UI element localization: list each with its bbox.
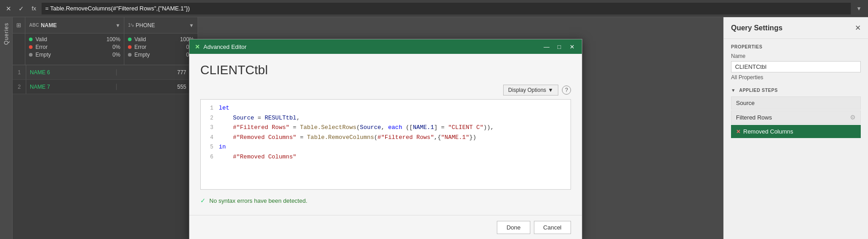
step-removed-columns[interactable]: ✕ Removed Columns <box>731 125 861 138</box>
step-source[interactable]: Source <box>731 96 861 110</box>
quality-valid-name: Valid 100% <box>29 36 120 43</box>
display-options-button[interactable]: Display Options ▼ <box>503 85 558 96</box>
check-icon: ✓ <box>200 197 206 204</box>
code-editor[interactable]: 1 let 2 Source = RESULTtbl, 3 #"Filtered… <box>200 99 571 190</box>
step-source-label: Source <box>736 100 755 106</box>
editor-heading: CLIENTCtbl <box>200 63 571 77</box>
modal-title-icon: ✕ <box>195 43 200 50</box>
quality-col-name: Valid 100% Error 0% Empty 0% <box>25 33 124 65</box>
queries-sidebar-label: Queries <box>3 23 9 45</box>
data-panel: ⊞ ABC NAME ▼ 1²₃ PHONE ▼ Valid 100% <box>13 17 198 239</box>
cancel-button[interactable]: Cancel <box>534 221 571 234</box>
step-removed-columns-x-icon[interactable]: ✕ <box>736 129 741 135</box>
col-phone-label: PHONE <box>136 22 155 29</box>
cell-phone-2: 555 <box>117 84 193 90</box>
confirm-formula-icon[interactable]: ✓ <box>16 4 26 14</box>
col-header-name[interactable]: ABC NAME ▼ <box>25 17 124 33</box>
modal-toolbar: Display Options ▼ ? <box>200 85 571 96</box>
code-line-5: 5 in <box>201 142 571 152</box>
advanced-editor-modal: ✕ Advanced Editor — □ ✕ CLIENTCtbl Displ… <box>189 39 582 239</box>
code-line-4: 4 #"Removed Columns" = Table.RemoveColum… <box>201 133 571 143</box>
code-line-2: 2 Source = RESULTtbl, <box>201 113 571 123</box>
minimize-button[interactable]: — <box>542 42 551 51</box>
modal-title-text: Advanced Editor <box>203 43 538 50</box>
all-properties-link[interactable]: All Properties <box>731 74 861 81</box>
row-num-2: 2 <box>13 80 26 94</box>
quality-valid-phone: Valid 100% <box>128 36 194 43</box>
quality-empty-phone: Empty 0% <box>128 52 194 58</box>
cell-name-1: NAME 6 <box>26 69 117 76</box>
properties-label: PROPERTIES <box>731 44 861 49</box>
help-icon[interactable]: ? <box>562 86 571 95</box>
valid-dot-phone <box>128 38 132 41</box>
applied-steps-label: APPLIED STEPS <box>739 88 778 93</box>
name-field-label: Name <box>731 53 861 59</box>
empty-dot-phone <box>128 53 132 57</box>
valid-dot <box>29 38 33 41</box>
col-header-phone[interactable]: 1²₃ PHONE ▼ <box>124 17 198 33</box>
steps-collapse-arrow[interactable]: ▼ <box>731 88 736 93</box>
step-removed-columns-label: Removed Columns <box>743 128 793 135</box>
main-area: Queries ⊞ ABC NAME ▼ 1²₃ PHONE ▼ <box>0 17 868 239</box>
function-icon[interactable]: fx <box>29 4 39 14</box>
help-question-mark: ? <box>565 87 568 93</box>
code-line-3: 3 #"Filtered Rows" = Table.SelectRows(So… <box>201 123 571 133</box>
syntax-message: No syntax errors have been detected. <box>209 197 307 204</box>
close-modal-button[interactable]: ✕ <box>567 42 576 51</box>
empty-dot <box>29 53 33 57</box>
query-name-input[interactable] <box>731 61 861 72</box>
row-num-1: 1 <box>13 65 26 79</box>
formula-input[interactable] <box>42 3 851 14</box>
quality-error-name: Error 0% <box>29 44 120 50</box>
name-type-icon: ABC <box>29 23 39 28</box>
query-settings-panel: Query Settings ✕ PROPERTIES Name All Pro… <box>723 17 868 239</box>
name-filter-icon[interactable]: ▼ <box>115 23 120 28</box>
cell-name-2: NAME 7 <box>26 84 117 90</box>
phone-type-icon: 1²₃ <box>128 23 134 28</box>
code-line-6: 6 #"Removed Columns" <box>201 152 571 162</box>
table-row: 1 NAME 6 777 <box>13 65 198 80</box>
syntax-status: ✓ No syntax errors have been detected. <box>200 195 571 206</box>
formula-bar: ✕ ✓ fx ▼ <box>0 0 868 17</box>
queries-sidebar: Queries <box>0 17 13 239</box>
code-line-1: 1 let <box>201 103 571 113</box>
formula-expand-icon[interactable]: ▼ <box>854 5 864 13</box>
query-settings-title: Query Settings <box>731 24 783 32</box>
query-settings-close-icon[interactable]: ✕ <box>855 24 861 32</box>
quality-empty-name: Empty 0% <box>29 52 120 58</box>
phone-filter-icon[interactable]: ▼ <box>189 23 194 28</box>
table-row: 2 NAME 7 555 <box>13 80 198 94</box>
quality-section: Valid 100% Error 0% Empty 0% Val <box>13 33 198 65</box>
modal-body: CLIENTCtbl Display Options ▼ ? 1 let <box>189 54 582 215</box>
step-filtered-rows[interactable]: Filtered Rows ⚙ <box>731 110 861 124</box>
cancel-formula-icon[interactable]: ✕ <box>4 4 14 14</box>
query-settings-header: Query Settings ✕ <box>724 17 868 39</box>
col-name-label: NAME <box>41 22 57 29</box>
cell-phone-1: 777 <box>117 69 193 76</box>
quality-error-phone: Error 0% <box>128 44 194 50</box>
quality-col-phone: Valid 100% Error 0% Empty 0% <box>124 33 198 65</box>
grid-icon[interactable]: ⊞ <box>13 17 25 33</box>
done-button[interactable]: Done <box>497 221 530 234</box>
restore-button[interactable]: □ <box>555 42 564 51</box>
modal-titlebar: ✕ Advanced Editor — □ ✕ <box>189 39 582 54</box>
table-header-row: ⊞ ABC NAME ▼ 1²₃ PHONE ▼ <box>13 17 198 33</box>
filtered-rows-gear-icon[interactable]: ⚙ <box>850 114 856 121</box>
modal-footer: Done Cancel <box>189 215 582 239</box>
error-dot <box>29 45 33 49</box>
query-settings-body: PROPERTIES Name All Properties ▼ APPLIED… <box>724 39 868 239</box>
error-dot-phone <box>128 45 132 49</box>
display-options-arrow-icon: ▼ <box>548 87 553 93</box>
step-filtered-rows-label: Filtered Rows <box>736 114 772 121</box>
display-options-label: Display Options <box>508 87 546 93</box>
applied-steps-header: ▼ APPLIED STEPS <box>731 88 861 93</box>
